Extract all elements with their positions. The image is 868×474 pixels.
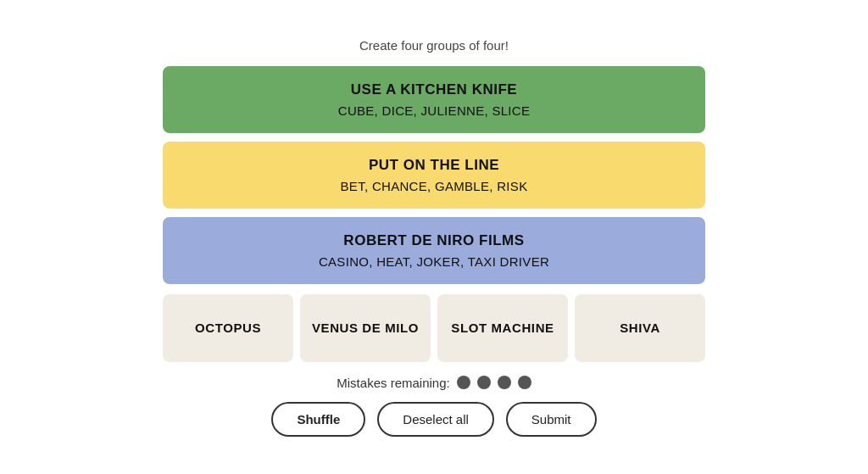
group-yellow: PUT ON THE LINE BET, CHANCE, GAMBLE, RIS…	[163, 142, 705, 209]
tile-octopus[interactable]: OCTOPUS	[163, 294, 293, 362]
tile-slot[interactable]: SLOT MACHINE	[437, 294, 568, 362]
group-blue: ROBERT DE NIRO FILMS CASINO, HEAT, JOKER…	[163, 217, 705, 284]
group-yellow-title: PUT ON THE LINE	[369, 157, 499, 174]
mistake-dot-3	[498, 376, 511, 389]
game-container: Create four groups of four! USE A KITCHE…	[163, 38, 705, 437]
tiles-grid: OCTOPUS VENUS DE MILO SLOT MACHINE SHIVA	[163, 294, 705, 362]
shuffle-button[interactable]: Shuffle	[271, 402, 365, 437]
group-green-items: CUBE, DICE, JULIENNE, SLICE	[338, 103, 531, 118]
group-green-title: USE A KITCHEN KNIFE	[351, 81, 517, 98]
mistakes-row: Mistakes remaining:	[337, 376, 531, 390]
instruction-text: Create four groups of four!	[359, 38, 509, 53]
group-blue-title: ROBERT DE NIRO FILMS	[343, 232, 524, 249]
tile-venus[interactable]: VENUS DE MILO	[300, 294, 431, 362]
group-blue-items: CASINO, HEAT, JOKER, TAXI DRIVER	[319, 254, 549, 269]
deselect-button[interactable]: Deselect all	[377, 402, 494, 437]
mistake-dot-1	[457, 376, 470, 389]
submit-button[interactable]: Submit	[506, 402, 597, 437]
tile-shiva[interactable]: SHIVA	[575, 294, 705, 362]
group-green: USE A KITCHEN KNIFE CUBE, DICE, JULIENNE…	[163, 66, 705, 133]
action-buttons: Shuffle Deselect all Submit	[271, 402, 596, 437]
mistake-dot-4	[518, 376, 531, 389]
group-yellow-items: BET, CHANCE, GAMBLE, RISK	[341, 179, 528, 193]
mistake-dot-2	[477, 376, 491, 389]
mistakes-label: Mistakes remaining:	[337, 376, 449, 390]
